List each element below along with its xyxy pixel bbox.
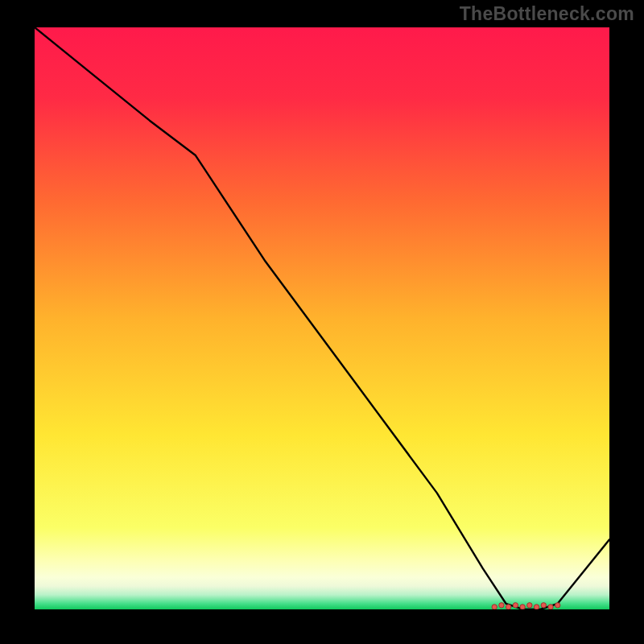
chart-svg xyxy=(35,27,609,609)
data-marker xyxy=(499,603,504,608)
plot-area xyxy=(35,27,609,609)
data-marker xyxy=(555,603,560,608)
data-marker xyxy=(527,603,532,608)
data-marker xyxy=(534,605,539,609)
chart-root: TheBottleneck.com xyxy=(0,0,644,644)
data-marker xyxy=(520,605,525,609)
gradient-background xyxy=(35,27,609,609)
data-marker xyxy=(513,603,518,608)
data-marker xyxy=(541,603,546,608)
data-marker xyxy=(492,605,497,609)
watermark-text: TheBottleneck.com xyxy=(460,3,634,25)
data-marker xyxy=(548,605,553,609)
data-marker xyxy=(506,605,510,609)
